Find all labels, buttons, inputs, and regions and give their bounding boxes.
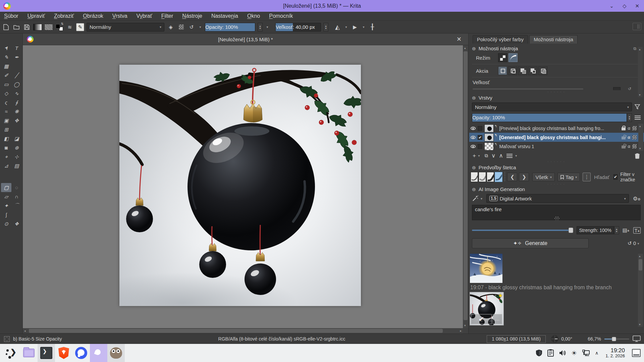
- tool-bezier-curve[interactable]: ς: [1, 98, 11, 107]
- brush-preset-3[interactable]: [487, 172, 494, 182]
- brush-preset-2[interactable]: [479, 172, 486, 182]
- tag-button[interactable]: Tag▾: [557, 173, 580, 181]
- lock-open-icon[interactable]: [622, 136, 626, 139]
- visibility-icon[interactable]: [471, 127, 476, 130]
- tool-move[interactable]: ✥: [11, 116, 22, 125]
- tool-multibrush[interactable]: ❋: [11, 107, 22, 116]
- tool-line[interactable]: ╱: [11, 71, 22, 80]
- tray-expand-icon[interactable]: ∧: [595, 350, 598, 356]
- apply-result-button[interactable]: ✔: [471, 314, 492, 324]
- canvas-horizontal-scrollbar[interactable]: ◂ ▸: [23, 328, 463, 334]
- tool-pattern-edit[interactable]: ▦: [1, 62, 11, 71]
- resize-grip-icon[interactable]: [556, 218, 557, 219]
- add-layer-button[interactable]: +: [473, 153, 476, 159]
- menu-vybrat[interactable]: Vybrať: [137, 13, 152, 19]
- brush-preset-1[interactable]: [471, 172, 478, 182]
- search-placeholder[interactable]: Hľadať: [594, 174, 609, 180]
- history-scrollbar[interactable]: ▴ ▾: [638, 254, 643, 327]
- close-document-icon[interactable]: ✕: [457, 36, 462, 43]
- menu-upravit[interactable]: Upraviť: [28, 13, 45, 19]
- mirror-vertical-icon[interactable]: ◭: [333, 23, 341, 31]
- previous-preset-button[interactable]: ❮: [507, 173, 517, 181]
- select-symmetric-difference-button[interactable]: [538, 66, 547, 75]
- opacity-spinner[interactable]: ▴▾: [258, 23, 263, 32]
- canvas-image[interactable]: [119, 65, 361, 306]
- text-layer-icon[interactable]: T+: [633, 227, 641, 234]
- size-spinner[interactable]: ▴▾: [323, 23, 328, 32]
- layer-blending-combo[interactable]: Normálny ▾: [472, 103, 632, 111]
- result-menu-button[interactable]: ...: [493, 314, 502, 324]
- layer-list-scrollbar[interactable]: ▴ ▾: [638, 124, 643, 151]
- layer-checkbox[interactable]: [478, 126, 482, 131]
- generate-button[interactable]: ✦✧ Generate: [472, 238, 589, 248]
- opacity-slider[interactable]: Opacity: 100%: [205, 23, 255, 32]
- menu-okno[interactable]: Okno: [247, 13, 260, 19]
- eraser-mode-icon[interactable]: ◈: [167, 23, 175, 31]
- zoom-slider[interactable]: [604, 339, 629, 340]
- tool-freehand-brush[interactable]: ✐: [1, 71, 11, 80]
- tool-smart-patch[interactable]: ⌖: [1, 152, 11, 161]
- layer-opacity-spinner[interactable]: ▴▾: [627, 113, 632, 122]
- fg-bg-colors[interactable]: ⇅: [55, 23, 63, 31]
- tool-crop[interactable]: ⊞: [1, 125, 11, 134]
- pattern-chooser[interactable]: [44, 24, 53, 31]
- tray-brightness-icon[interactable]: ☀: [571, 349, 577, 357]
- clock[interactable]: 19:20 1. 2. 2026: [605, 348, 625, 359]
- layer-row-generated[interactable]: ✔ ↰ [Generated] black glossy christmas b…: [469, 133, 644, 142]
- preserve-alpha-icon[interactable]: [177, 23, 185, 31]
- canvas-viewport[interactable]: ▴ ▾ ◂ ▸: [23, 45, 468, 334]
- swap-colors-icon[interactable]: ⇅: [61, 22, 63, 25]
- preset-filter-combo[interactable]: Všetk▾: [532, 173, 555, 181]
- layer-checkbox[interactable]: [478, 144, 482, 149]
- magic-wand-icon[interactable]: [472, 195, 479, 202]
- app-signal[interactable]: [72, 344, 90, 362]
- tool-pan[interactable]: ❖: [11, 219, 22, 228]
- tool-enclose-fill[interactable]: ⊕: [11, 143, 22, 152]
- tag-tool-icon[interactable]: ⋮: [583, 173, 591, 181]
- move-layer-up-button[interactable]: ∧: [499, 152, 503, 159]
- history-thumbnail-previous[interactable]: [470, 254, 502, 283]
- brush-size-slider[interactable]: Veľkosť: 40,00 px: [275, 23, 321, 32]
- maximize-icon[interactable]: ◇: [623, 3, 627, 9]
- chevron-down-icon[interactable]: ▾: [636, 242, 641, 245]
- alpha-icon[interactable]: α: [628, 144, 630, 149]
- tool-measure[interactable]: ⊿: [1, 161, 11, 170]
- docker-drag-handle[interactable]: [469, 90, 644, 94]
- ai-settings-gear-icon[interactable]: ⚙⚙: [633, 195, 641, 202]
- alpha-inherit-icon[interactable]: [632, 126, 637, 130]
- tool-fill[interactable]: ◙: [1, 143, 11, 152]
- tool-freehand-path[interactable]: ∮: [11, 98, 22, 107]
- minimize-icon[interactable]: ⌄: [609, 3, 614, 9]
- save-icon[interactable]: [23, 23, 31, 31]
- tool-transform[interactable]: ▣: [1, 116, 11, 125]
- tray-shield-icon[interactable]: [536, 349, 542, 357]
- docker-drag-handle[interactable]: [469, 160, 644, 164]
- queue-history-icon[interactable]: ↺ 0: [628, 240, 636, 246]
- alpha-icon[interactable]: α: [628, 135, 630, 140]
- tool-calligraphy[interactable]: ✒: [11, 53, 22, 62]
- image-dimensions-button[interactable]: 1 080 x 1 080 (13,5 MiB): [487, 335, 546, 343]
- menu-filter[interactable]: Filter: [161, 13, 173, 19]
- fit-to-screen-icon[interactable]: [633, 336, 641, 342]
- select-subtract-button[interactable]: [528, 66, 537, 75]
- tool-magnetic-select[interactable]: ⌒: [11, 201, 22, 210]
- brush-editor-icon[interactable]: ✎: [76, 23, 84, 31]
- app-gimp[interactable]: [107, 344, 125, 362]
- menu-nastroje[interactable]: Nástroje: [182, 13, 202, 19]
- open-document-icon[interactable]: [12, 23, 20, 31]
- tray-network-icon[interactable]: [582, 350, 590, 357]
- favorite-star-icon[interactable]: ★: [498, 292, 503, 299]
- tool-similar-select[interactable]: ✦: [1, 201, 11, 210]
- layer-checkbox[interactable]: ✔: [478, 135, 482, 140]
- tool-dynamic-brush[interactable]: ≈: [1, 107, 11, 116]
- tray-clipboard-icon[interactable]: [547, 349, 554, 357]
- close-icon[interactable]: ✕: [635, 3, 639, 9]
- vector-selection-mode-button[interactable]: [508, 53, 518, 62]
- alpha-inherit-icon[interactable]: [632, 135, 637, 139]
- tool-polyline[interactable]: ∿: [11, 89, 22, 98]
- tool-ellipse-select[interactable]: ◌: [11, 183, 22, 192]
- lock-docker-icon[interactable]: ⊜: [472, 95, 476, 101]
- layer-row-preview[interactable]: ↰ [Preview] black glossy christmas ball …: [469, 124, 644, 133]
- chevron-down-icon[interactable]: ▾: [477, 154, 481, 158]
- ai-model-combo[interactable]: 1.5 Digital Artwork ▾: [486, 194, 629, 203]
